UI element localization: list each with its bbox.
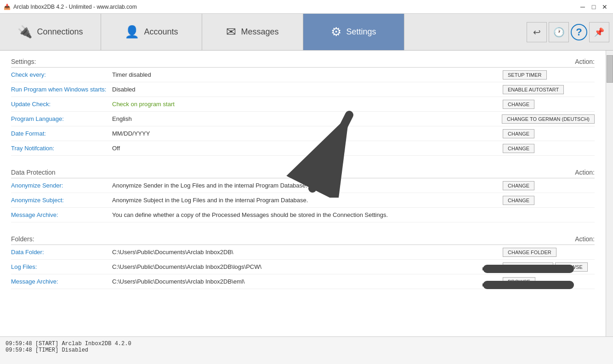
row-language: Program Language: English CHANGE TO GERM…	[11, 112, 595, 126]
actions-autostart: ENABLE AUTOSTART	[503, 85, 595, 94]
actions-anon-sender: CHANGE	[503, 181, 595, 190]
minimize-button[interactable]: ─	[578, 2, 587, 11]
actions-data-folder: CHANGE FOLDER	[503, 248, 595, 257]
change-tray-button[interactable]: CHANGE	[503, 144, 534, 153]
row-tray-notification: Tray Notifcation: Off CHANGE	[11, 141, 595, 156]
value-tray-notification: Off	[112, 145, 503, 152]
enable-autostart-button[interactable]: ENABLE AUTOSTART	[503, 85, 564, 94]
app-title: Arclab Inbox2DB 4.2 - Unlimited - www.ar…	[13, 4, 137, 10]
label-data-folder: Data Folder:	[11, 249, 112, 256]
row-message-archive-dp: Message Archive: You can define whether …	[11, 208, 595, 222]
scrollbar-thumb[interactable]	[607, 55, 613, 83]
folders-title: Folders:	[11, 235, 34, 243]
messages-icon: ✉	[226, 25, 236, 39]
titlebar: 📥 Arclab Inbox2DB 4.2 - Unlimited - www.…	[0, 0, 613, 14]
refresh-button[interactable]: ↩	[527, 22, 547, 42]
label-update-check: Update Check:	[11, 101, 112, 108]
actions-message-archive: BROWSE	[503, 277, 595, 286]
label-anon-sender: Anonymize Sender:	[11, 182, 112, 189]
label-log-files: Log Files:	[11, 263, 112, 270]
change-date-button[interactable]: CHANGE	[503, 129, 534, 138]
value-update-check: Check on program start	[112, 101, 503, 108]
browse-archive-button[interactable]: BROWSE	[503, 277, 535, 286]
value-message-archive: C:\Users\Public\Documents\Arclab Inbox2D…	[112, 278, 503, 285]
tab-accounts-label: Accounts	[144, 27, 178, 37]
settings-section-title: Settings:	[11, 58, 36, 65]
content-area: Settings: Action: Check every: Timer dis…	[0, 51, 606, 336]
label-tray-notification: Tray Notifcation:	[11, 145, 112, 152]
change-anon-subject-button[interactable]: CHANGE	[503, 196, 534, 205]
open-current-button[interactable]: OPEN CURRENT	[503, 262, 553, 272]
label-language: Program Language:	[11, 115, 112, 122]
actions-update-check: CHANGE	[503, 100, 595, 109]
pin-button[interactable]: 📌	[589, 22, 609, 42]
row-data-folder: Data Folder: C:\Users\Public\Documents\A…	[11, 245, 595, 260]
connections-icon: 🔌	[17, 25, 32, 39]
tab-settings[interactable]: ⚙ Settings	[303, 14, 404, 50]
browse-logs-button[interactable]: BROWSE	[555, 262, 588, 272]
settings-action-label: Action:	[575, 58, 595, 65]
tab-settings-label: Settings	[346, 27, 376, 37]
data-protection-header: Data Protection Action:	[11, 169, 595, 178]
setup-timer-button[interactable]: SETUP TIMER	[503, 70, 547, 80]
folders-section: Folders: Action: Data Folder: C:\Users\P…	[0, 226, 606, 293]
value-data-folder: C:\Users\Public\Documents\Arclab Inbox2D…	[112, 249, 503, 256]
titlebar-title: 📥 Arclab Inbox2DB 4.2 - Unlimited - www.…	[4, 4, 137, 10]
content-wrapper: Settings: Action: Check every: Timer dis…	[0, 51, 613, 364]
change-folder-button[interactable]: CHANGE FOLDER	[503, 248, 556, 257]
label-autostart: Run Program when Windows starts:	[11, 86, 112, 93]
row-anon-sender: Anonymize Sender: Anonymize Sender in th…	[11, 178, 595, 193]
settings-section: Settings: Action: Check every: Timer dis…	[0, 51, 606, 159]
change-update-button[interactable]: CHANGE	[503, 100, 534, 109]
maximize-button[interactable]: □	[589, 2, 598, 11]
actions-tray-notification: CHANGE	[503, 144, 595, 153]
accounts-icon: 👤	[125, 25, 139, 39]
value-language: English	[112, 115, 502, 122]
navbar: 🔌 Connections 👤 Accounts ✉ Messages ⚙ Se…	[0, 14, 613, 51]
value-anon-subject: Anonymize Subject in the Log Files and i…	[112, 197, 503, 204]
value-check-every: Timer disabled	[112, 71, 503, 78]
actions-date-format: CHANGE	[503, 129, 595, 138]
value-anon-sender: Anonymize Sender in the Log Files and in…	[112, 182, 503, 189]
main-content: Settings: Action: Check every: Timer dis…	[0, 51, 613, 336]
close-button[interactable]: ✕	[600, 2, 609, 11]
actions-log-files: OPEN CURRENT BROWSE	[503, 262, 595, 272]
row-autostart: Run Program when Windows starts: Disable…	[11, 82, 595, 97]
change-anon-sender-button[interactable]: CHANGE	[503, 181, 534, 190]
log-line-2: 09:59:48 [TIMER] Disabled	[6, 347, 607, 353]
data-protection-action-label: Action:	[575, 169, 595, 176]
label-date-format: Date Format:	[11, 130, 112, 137]
window-controls[interactable]: ─ □ ✕	[578, 2, 609, 11]
label-message-archive: Message Archive:	[11, 278, 112, 285]
help-button[interactable]: ?	[571, 24, 587, 40]
row-anon-subject: Anonymize Subject: Anonymize Subject in …	[11, 193, 595, 208]
label-message-archive-dp: Message Archive:	[11, 211, 112, 218]
settings-section-header: Settings: Action:	[11, 58, 595, 68]
scrollbar-track[interactable]	[606, 51, 613, 336]
log-area: 09:59:48 [START] Arclab Inbox2DB 4.2.0 0…	[0, 336, 613, 364]
tab-connections-label: Connections	[37, 27, 83, 37]
settings-icon: ⚙	[331, 25, 341, 39]
row-check-every: Check every: Timer disabled SETUP TIMER	[11, 68, 595, 82]
value-autostart: Disabled	[112, 86, 503, 93]
data-protection-section: Data Protection Action: Anonymize Sender…	[0, 159, 606, 226]
row-date-format: Date Format: MM/DD/YYYY CHANGE	[11, 126, 595, 141]
log-line-1: 09:59:48 [START] Arclab Inbox2DB 4.2.0	[6, 341, 607, 347]
actions-language: CHANGE TO GERMAN (DEUTSCH)	[502, 114, 595, 124]
tab-messages[interactable]: ✉ Messages	[202, 14, 303, 50]
tab-connections[interactable]: 🔌 Connections	[0, 14, 101, 50]
label-anon-subject: Anonymize Subject:	[11, 197, 112, 204]
value-message-archive-dp: You can define whether a copy of the Pro…	[112, 211, 503, 218]
actions-anon-subject: CHANGE	[503, 196, 595, 205]
value-log-files: C:\Users\Public\Documents\Arclab Inbox2D…	[112, 263, 503, 270]
actions-check-every: SETUP TIMER	[503, 70, 595, 80]
app-icon: 📥	[4, 4, 11, 10]
folders-action-label: Action:	[575, 235, 595, 243]
data-protection-title: Data Protection	[11, 169, 56, 176]
history-button[interactable]: 🕐	[549, 22, 569, 42]
row-update-check: Update Check: Check on program start CHA…	[11, 97, 595, 112]
label-check-every: Check every:	[11, 71, 112, 78]
change-language-button[interactable]: CHANGE TO GERMAN (DEUTSCH)	[502, 114, 595, 124]
tab-accounts[interactable]: 👤 Accounts	[101, 14, 202, 50]
nav-tools: ↩ 🕐 ? 📌	[523, 14, 613, 50]
